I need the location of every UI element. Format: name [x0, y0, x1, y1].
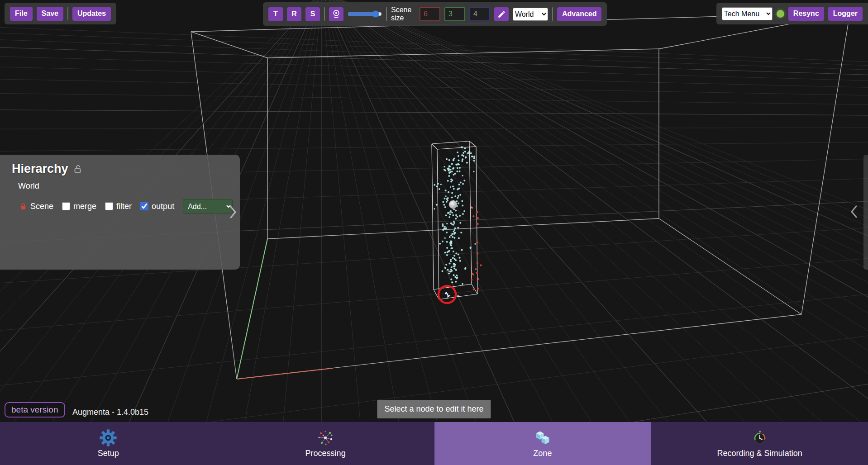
connection-status-indicator	[777, 10, 784, 18]
lock-closed-icon[interactable]	[19, 202, 27, 210]
tracked-object-bounds	[432, 141, 477, 299]
save-button[interactable]: Save	[37, 7, 63, 21]
tab-setup-label: Setup	[98, 449, 119, 458]
app-version: Augmenta - 1.4.0b15	[72, 408, 148, 417]
world-select[interactable]: World	[513, 8, 548, 21]
hierarchy-panel: Hierarchy World Scene merge filter outpu…	[0, 155, 240, 270]
hierarchy-node-world[interactable]: World	[18, 181, 39, 191]
file-toolbar: File Save Updates	[5, 3, 116, 24]
tab-processing[interactable]: Processing	[217, 422, 434, 465]
merge-checkbox[interactable]	[62, 202, 70, 210]
scene-toolbar: T R S Scene size World Advanced	[263, 2, 607, 26]
output-checkbox[interactable]	[140, 202, 148, 210]
filter-checkbox-label: filter	[116, 202, 132, 211]
bottom-nav: Setup Processing	[0, 422, 868, 465]
webcam-icon	[331, 9, 341, 19]
hierarchy-node-scene[interactable]: Scene	[30, 202, 53, 211]
node-edit-hint: Select a node to edit it here	[377, 400, 491, 418]
lock-open-icon[interactable]	[73, 164, 83, 174]
filter-checkbox[interactable]	[105, 202, 113, 210]
advanced-button[interactable]: Advanced	[557, 7, 601, 21]
output-checkbox-label: output	[152, 202, 174, 211]
beta-version-badge: beta version	[5, 402, 65, 418]
tab-processing-label: Processing	[305, 449, 346, 458]
tab-zone-label: Zone	[533, 449, 552, 458]
scene-size-z-input[interactable]	[469, 7, 490, 21]
scene-bounds-wireframe	[191, 13, 850, 379]
chevron-left-icon[interactable]	[850, 204, 858, 219]
toolbar-divider	[386, 7, 387, 21]
network-icon	[316, 429, 335, 446]
tech-menu-select[interactable]: Tech Menu	[722, 7, 773, 20]
toolbar-slider[interactable]	[348, 10, 382, 18]
centroid-sphere	[449, 200, 457, 209]
camera-view-button[interactable]	[329, 7, 343, 21]
toolbar-divider	[552, 7, 553, 21]
toolbar-divider	[67, 7, 68, 20]
right-panel-collapsed[interactable]	[863, 155, 868, 270]
hierarchy-header: Hierarchy	[12, 162, 240, 176]
add-node-select[interactable]: Add...	[183, 199, 233, 214]
toolbar-divider	[324, 7, 325, 21]
hierarchy-node-scene-row: Scene merge filter output Add...	[19, 199, 240, 214]
hierarchy-title: Hierarchy	[12, 162, 68, 176]
scene-size-x-input[interactable]	[420, 7, 440, 21]
chevron-right-icon[interactable]	[229, 205, 237, 219]
scene-size-label: Scene size	[391, 6, 415, 22]
clock-icon	[751, 429, 769, 446]
updates-button[interactable]: Updates	[72, 7, 111, 21]
logger-button[interactable]: Logger	[828, 7, 863, 21]
scale-tool-button[interactable]: S	[305, 7, 320, 21]
merge-checkbox-label: merge	[73, 202, 96, 211]
tab-recording-label: Recording & Simulation	[717, 449, 802, 458]
rotate-tool-button[interactable]: R	[287, 7, 301, 21]
file-button[interactable]: File	[10, 7, 33, 21]
pencil-icon	[497, 10, 506, 19]
tab-recording[interactable]: Recording & Simulation	[651, 422, 868, 465]
scene-size-y-input[interactable]	[444, 7, 465, 21]
gear-icon	[99, 429, 117, 446]
tab-zone[interactable]: Zone	[434, 422, 652, 465]
edit-scene-button[interactable]	[494, 7, 509, 21]
resync-button[interactable]: Resync	[788, 7, 824, 21]
cubes-icon	[533, 429, 552, 446]
translate-tool-button[interactable]: T	[268, 7, 283, 21]
tab-setup[interactable]: Setup	[0, 422, 217, 465]
tech-toolbar: Tech Menu Resync Logger	[716, 3, 868, 24]
